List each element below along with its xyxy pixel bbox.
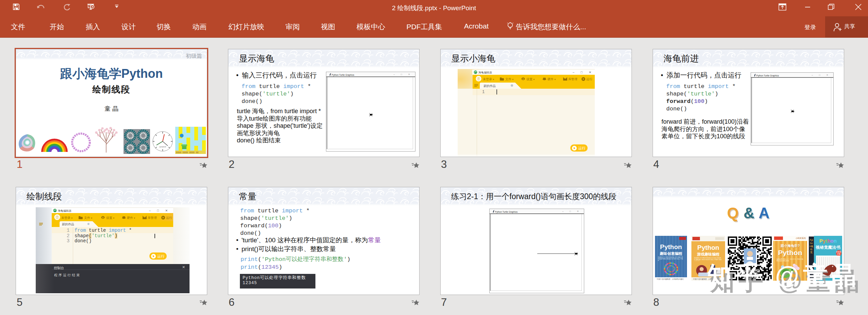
svg-text:北约时钟: 北约时钟 [159,146,166,148]
svg-text:8888 8888 8888 88: 8888 8888 8888 88 [176,151,199,154]
